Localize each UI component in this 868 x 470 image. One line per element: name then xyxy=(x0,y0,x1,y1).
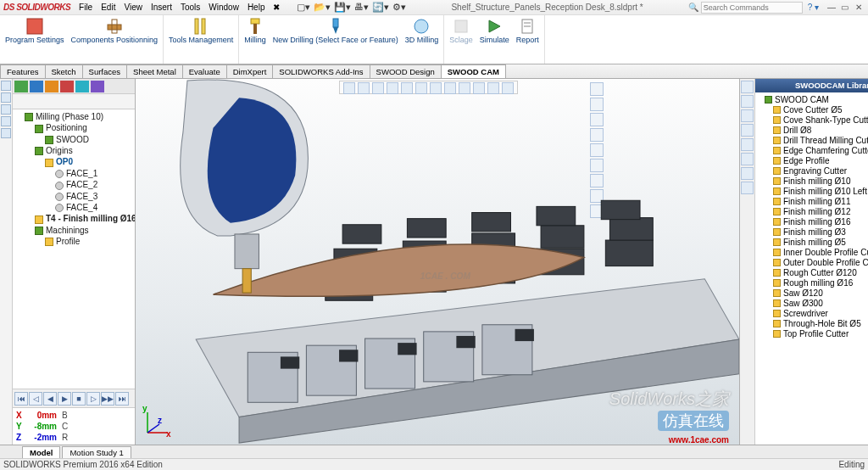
play-next-icon[interactable]: ▶▶ xyxy=(101,392,114,406)
tab-motion-study[interactable]: Motion Study 1 xyxy=(62,446,131,458)
fm-tab-icon[interactable] xyxy=(91,81,104,92)
play-back-icon[interactable]: ◀ xyxy=(43,392,57,406)
taskpane-tab-icon[interactable] xyxy=(741,182,754,194)
help-icon[interactable]: ? ▾ xyxy=(808,3,819,12)
open-doc-icon[interactable]: 📂▾ xyxy=(314,2,331,13)
library-item[interactable]: Inner Double Profile Cutter xyxy=(773,247,868,257)
library-item[interactable]: Edge Profile xyxy=(773,155,868,165)
new-drilling-button[interactable]: New Drilling (Select Face or Feature) xyxy=(273,17,398,44)
tree-face4[interactable]: FACE_4 xyxy=(55,202,133,213)
fm-tab-icon[interactable] xyxy=(30,81,43,92)
vtool-item[interactable] xyxy=(1,104,11,115)
library-item[interactable]: Drill Ø8 xyxy=(773,125,868,135)
save-icon[interactable]: 💾▾ xyxy=(334,2,351,13)
report-button[interactable]: Report xyxy=(516,17,539,44)
taskpane-tab-icon[interactable] xyxy=(741,167,754,180)
rebuild-icon[interactable]: 🔄▾ xyxy=(372,2,389,13)
tree-face2[interactable]: FACE_2 xyxy=(55,179,133,190)
graphics-viewport[interactable]: 1CAE . COM x y z SolidWorks之家 仿真在线 www.1… xyxy=(136,79,739,445)
library-item[interactable]: Rough Cutter Ø120 xyxy=(773,267,868,277)
3d-milling-button[interactable]: 3D Milling xyxy=(405,17,439,44)
tab-sheetmetal[interactable]: Sheet Metal xyxy=(126,64,183,78)
library-item[interactable]: Cove Cutter Ø5 xyxy=(773,104,868,115)
library-root[interactable]: SWOOD CAM xyxy=(765,94,868,104)
tree-swood[interactable]: SWOOD xyxy=(45,134,133,145)
program-settings-button[interactable]: Program Settings xyxy=(5,17,64,44)
simulate-button[interactable]: Simulate xyxy=(480,17,509,44)
library-item[interactable]: Finish milling Ø5 xyxy=(773,237,868,247)
tab-model[interactable]: Model xyxy=(22,446,60,458)
minimize-icon[interactable]: — xyxy=(826,3,837,12)
close-icon[interactable]: ✕ xyxy=(853,3,865,12)
library-item[interactable]: Edge Chamfering Cutter xyxy=(773,145,868,155)
menu-help[interactable]: Help xyxy=(248,3,265,12)
vtool-item[interactable] xyxy=(1,128,11,138)
taskpane-tab-icon[interactable] xyxy=(741,95,754,108)
library-item[interactable]: Rough milling Ø16 xyxy=(773,277,868,288)
tab-swood-cam[interactable]: SWOOD CAM xyxy=(441,64,506,78)
library-item[interactable]: Finish milling Ø10 xyxy=(773,176,868,186)
restore-icon[interactable]: ▭ xyxy=(839,3,851,12)
fm-tab-icon[interactable] xyxy=(60,81,74,92)
menu-tools[interactable]: Tools xyxy=(181,3,200,12)
tree-positioning[interactable]: Positioning xyxy=(35,122,133,133)
taskpane-tab-icon[interactable] xyxy=(741,124,754,137)
library-item[interactable]: Saw Ø120 xyxy=(773,288,868,298)
menu-pin-icon[interactable]: ✖ xyxy=(273,3,280,12)
play-prev-icon[interactable]: ◁ xyxy=(29,392,42,406)
taskpane-tab-icon[interactable] xyxy=(741,138,754,151)
tree-root[interactable]: Milling (Phase 10) xyxy=(25,111,133,122)
play-first-icon[interactable]: ⏮ xyxy=(14,392,28,406)
menu-window[interactable]: Window xyxy=(209,3,239,12)
fm-tab-icon[interactable] xyxy=(45,81,58,92)
fm-tab-icon[interactable] xyxy=(75,81,89,92)
taskpane-tab-icon[interactable] xyxy=(741,81,754,93)
play-fwd-icon[interactable]: ▷ xyxy=(86,392,100,406)
library-item[interactable]: Through-Hole Bit Ø5 xyxy=(773,318,868,328)
menu-file[interactable]: File xyxy=(79,3,92,12)
sclage-button[interactable]: Sclage xyxy=(449,17,473,44)
library-item[interactable]: Finish milling Ø10 Left xyxy=(773,186,868,196)
library-item[interactable]: Finish milling Ø16 xyxy=(773,216,868,227)
tab-dimxpert[interactable]: DimXpert xyxy=(226,64,274,78)
library-item[interactable]: Cove Shank-Type Cutter Ø30 xyxy=(773,115,868,125)
vtool-item[interactable] xyxy=(1,116,11,126)
tree-face1[interactable]: FACE_1 xyxy=(55,168,133,179)
library-item[interactable]: Drill Thread Milling Cutter M8 1.5D xyxy=(773,135,868,145)
components-positioning-button[interactable]: Components Positionning xyxy=(71,17,159,44)
library-item[interactable]: Top Profile Cutter xyxy=(773,328,868,339)
tools-management-button[interactable]: Tools Management xyxy=(169,17,233,44)
print-icon[interactable]: 🖶▾ xyxy=(354,2,369,13)
tab-swood-design[interactable]: SWOOD Design xyxy=(370,64,442,78)
tab-features[interactable]: Features xyxy=(0,64,46,78)
tree-profile[interactable]: Profile xyxy=(45,236,133,247)
library-item[interactable]: Finish milling Ø12 xyxy=(773,206,868,216)
tree-machinings[interactable]: Machinings xyxy=(35,225,133,236)
menu-edit[interactable]: Edit xyxy=(101,3,115,12)
play-stop-icon[interactable]: ■ xyxy=(72,392,86,406)
taskpane-tab-icon[interactable] xyxy=(741,109,754,122)
tree-tool-op[interactable]: T4 - Finish milling Ø16 xyxy=(35,213,133,224)
tab-surfaces[interactable]: Surfaces xyxy=(82,64,128,78)
tree-origins[interactable]: Origins xyxy=(35,145,133,156)
taskpane-tab-icon[interactable] xyxy=(741,153,754,165)
tab-sketch[interactable]: Sketch xyxy=(45,64,83,78)
library-item[interactable]: Finish milling Ø11 xyxy=(773,196,868,206)
library-item[interactable]: Engraving Cutter xyxy=(773,165,868,176)
options-icon[interactable]: ⚙▾ xyxy=(392,2,406,13)
play-last-icon[interactable]: ⏭ xyxy=(115,392,129,406)
library-item[interactable]: Saw Ø300 xyxy=(773,298,868,308)
fm-tab-icon[interactable] xyxy=(14,81,28,92)
library-item[interactable]: Outer Double Profile Cutter R3 xyxy=(773,257,868,267)
menu-view[interactable]: View xyxy=(124,3,142,12)
library-item[interactable]: Screwdriver xyxy=(773,308,868,318)
search-commands-input[interactable] xyxy=(701,2,803,14)
milling-button[interactable]: Milling xyxy=(244,17,266,44)
library-tree[interactable]: SWOOD CAM Cove Cutter Ø5Cove Shank-Type … xyxy=(755,92,868,445)
tree-face3[interactable]: FACE_3 xyxy=(55,191,133,202)
tab-evaluate[interactable]: Evaluate xyxy=(182,64,227,78)
tab-solidworks-addins[interactable]: SOLIDWORKS Add-Ins xyxy=(272,64,370,78)
tree-op0[interactable]: OP0 xyxy=(45,156,133,167)
menu-insert[interactable]: Insert xyxy=(151,3,172,12)
new-doc-icon[interactable]: ▢▾ xyxy=(297,2,310,13)
